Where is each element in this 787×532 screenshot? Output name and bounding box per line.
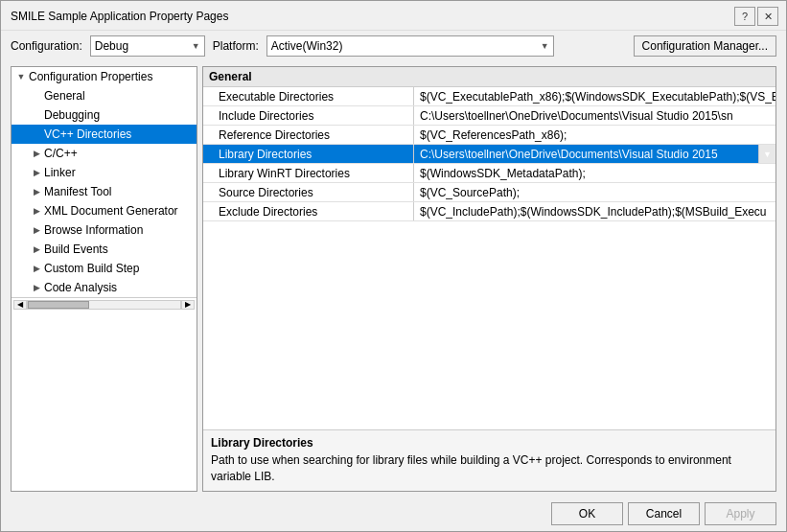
tree-label-vc-dirs: VC++ Directories [44,127,131,141]
config-manager-button[interactable]: Configuration Manager... [634,35,776,57]
tree-label-code-analysis: Code Analysis [44,281,117,294]
description-text: Path to use when searching for library f… [211,452,768,485]
left-panel-scrollbar[interactable]: ◀ ▶ [12,297,197,311]
tree-label-linker: Linker [44,166,76,179]
prop-name: Library Directories [203,145,414,163]
tree-item-code-analysis[interactable]: Code Analysis [12,278,197,297]
config-dropdown[interactable]: Debug ▼ [90,35,205,57]
tree-expand-general [29,88,44,104]
scroll-left-btn[interactable]: ◀ [13,300,27,310]
scroll-right-btn[interactable]: ▶ [181,300,195,310]
prop-value[interactable]: C:\Users\toellner\OneDrive\Documents\Vis… [414,145,775,163]
prop-value: $(VC_ExecutablePath_x86);$(WindowsSDK_Ex… [414,87,775,105]
prop-row[interactable]: Library WinRT Directories$(WindowsSDK_Me… [203,164,775,183]
tree-label-xml-doc: XML Document Generator [44,204,178,218]
tree-expand-linker [29,165,44,180]
tree-label-config-props: Configuration Properties [29,70,152,83]
main-content: Configuration PropertiesGeneralDebugging… [1,61,786,497]
tree-expand-debugging [29,107,44,123]
prop-row[interactable]: Include DirectoriesC:\Users\toellner\One… [203,106,775,126]
prop-value: $(VC_ReferencesPath_x86); [414,126,775,144]
title-bar-buttons: ? ✕ [734,7,778,26]
tree-label-general: General [44,89,85,103]
platform-value: Active(Win32) [271,39,343,53]
prop-row[interactable]: Exclude Directories$(VC_IncludePath);$(W… [203,202,775,221]
prop-row[interactable]: Executable Directories$(VC_ExecutablePat… [203,87,775,106]
prop-value: $(VC_IncludePath);$(WindowsSDK_IncludePa… [414,202,775,220]
platform-label: Platform: [213,39,259,53]
prop-row[interactable]: Library DirectoriesC:\Users\toellner\One… [203,145,775,164]
bottom-buttons: OK Cancel Apply [1,497,786,531]
tree-item-linker[interactable]: Linker [12,163,197,182]
tree-item-build-events[interactable]: Build Events [12,240,197,259]
tree-item-browse-info[interactable]: Browse Information [12,220,197,240]
close-button[interactable]: ✕ [757,7,778,26]
config-label: Configuration: [11,39,82,53]
apply-button[interactable]: Apply [705,502,776,525]
tree-label-build-events: Build Events [44,243,108,256]
config-dropdown-arrow: ▼ [192,41,200,51]
tree-item-manifest-tool[interactable]: Manifest Tool [12,182,197,201]
tree-expand-manifest-tool [29,184,44,199]
description-panel: Library Directories Path to use when sea… [203,429,775,491]
help-button[interactable]: ? [734,7,755,26]
left-panel: Configuration PropertiesGeneralDebugging… [11,66,197,492]
platform-dropdown-arrow: ▼ [541,41,549,51]
tree-expand-build-events [29,242,44,257]
tree-label-browse-info: Browse Information [44,223,143,237]
prop-row[interactable]: Source Directories$(VC_SourcePath); [203,183,775,202]
tree-item-config-props[interactable]: Configuration Properties [12,67,197,86]
tree-item-c-cpp[interactable]: C/C++ [12,144,197,163]
props-table: Executable Directories$(VC_ExecutablePat… [203,87,775,429]
scrollbar-thumb [28,301,89,309]
scrollbar-track[interactable] [27,300,181,310]
description-title: Library Directories [211,436,768,450]
dialog-title: SMILE Sample Application Property Pages [11,10,228,23]
prop-name: Source Directories [203,183,414,201]
tree-item-debugging[interactable]: Debugging [12,105,197,125]
config-row: Configuration: Debug ▼ Platform: Active(… [1,31,786,61]
right-panel-header: General [203,67,775,87]
tree-label-custom-build: Custom Build Step [44,262,139,275]
prop-value-dropdown-btn[interactable]: ▼ [758,145,775,163]
tree-expand-code-analysis [29,280,44,295]
prop-name: Include Directories [203,106,414,125]
tree-item-general[interactable]: General [12,86,197,105]
title-bar: SMILE Sample Application Property Pages … [1,1,786,31]
tree-expand-vc-dirs [29,127,44,142]
tree-item-custom-build[interactable]: Custom Build Step [12,259,197,278]
property-pages-dialog: SMILE Sample Application Property Pages … [0,0,787,532]
config-value: Debug [95,39,128,53]
cancel-button[interactable]: Cancel [628,502,700,525]
prop-name: Library WinRT Directories [203,164,414,182]
tree-expand-custom-build [29,261,44,276]
tree-label-c-cpp: C/C++ [44,147,78,160]
tree-label-debugging: Debugging [44,108,100,122]
tree-expand-c-cpp [29,146,44,161]
prop-value: $(WindowsSDK_MetadataPath); [414,164,775,182]
prop-value: $(VC_SourcePath); [414,183,775,201]
prop-name: Exclude Directories [203,202,414,220]
ok-button[interactable]: OK [551,502,623,525]
platform-dropdown[interactable]: Active(Win32) ▼ [266,35,554,57]
tree-expand-browse-info [29,222,44,238]
right-panel: General Executable Directories$(VC_Execu… [202,66,776,492]
tree-expand-config-props [13,69,29,84]
prop-row[interactable]: Reference Directories$(VC_ReferencesPath… [203,126,775,145]
prop-value: C:\Users\toellner\OneDrive\Documents\Vis… [414,106,775,125]
prop-name: Executable Directories [203,87,414,105]
tree-label-manifest-tool: Manifest Tool [44,185,111,198]
tree-expand-xml-doc [29,203,44,219]
prop-name: Reference Directories [203,126,414,144]
tree-item-xml-doc[interactable]: XML Document Generator [12,201,197,220]
tree-item-vc-dirs[interactable]: VC++ Directories [12,125,197,144]
